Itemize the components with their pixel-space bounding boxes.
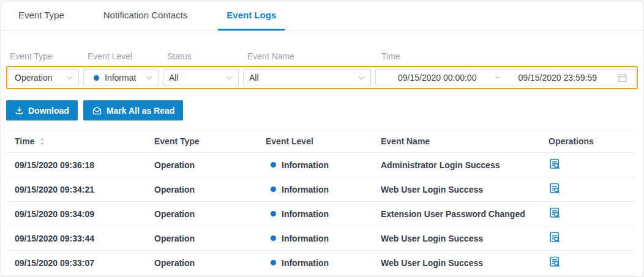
cell-event-name: Administrator Login Success <box>381 160 549 170</box>
cell-time: 09/15/2020 09:34:21 <box>15 185 154 194</box>
event-level-select-value: Informat <box>105 73 136 83</box>
cell-event-level: Information <box>266 185 381 194</box>
mail-icon <box>92 106 102 116</box>
info-level-dot <box>271 211 276 216</box>
mark-all-read-button-label: Mark All as Read <box>107 106 175 116</box>
event-type-filter-label: Event Type <box>10 51 53 61</box>
cell-event-name: Web User Login Success <box>381 234 549 243</box>
cell-event-name: Web User Login Success <box>381 258 549 268</box>
info-level-dot <box>271 260 276 265</box>
column-header-event-level: Event Level <box>266 136 381 146</box>
event-type-select-value: Operation <box>15 73 52 83</box>
cell-event-type: Operation <box>154 258 266 268</box>
chevron-down-icon <box>62 76 73 80</box>
cell-event-level: Information <box>266 234 381 243</box>
filter-labels: Event Type Event Level Status Event Name… <box>6 51 638 62</box>
chevron-down-icon <box>142 76 152 80</box>
view-log-details-button[interactable] <box>549 207 561 219</box>
column-header-event-type: Event Type <box>154 136 266 146</box>
cell-event-type: Operation <box>154 160 266 170</box>
table-row: 09/15/2020 09:33:44 Operation Informatio… <box>6 226 634 251</box>
event-logs-page: Event Type Notification Contacts Event L… <box>1 1 643 276</box>
column-header-operations: Operations <box>549 136 634 146</box>
download-icon <box>15 106 24 115</box>
download-button-label: Download <box>28 106 69 116</box>
info-level-dot <box>271 162 276 168</box>
view-log-details-button[interactable] <box>549 231 561 243</box>
table-header-row: Time Event Type Event Level Event Name O… <box>6 130 634 153</box>
event-type-select[interactable]: Operation <box>9 69 79 86</box>
mark-all-read-button[interactable]: Mark All as Read <box>83 100 184 120</box>
cell-event-level: Information <box>266 258 381 268</box>
event-name-select-value: All <box>249 73 259 83</box>
cell-event-level: Information <box>266 160 381 170</box>
status-filter-label: Status <box>167 51 192 61</box>
time-range-end: 09/15/2020 23:59:59 <box>504 73 612 83</box>
table-row: 09/15/2020 09:34:21 Operation Informatio… <box>6 177 634 202</box>
cell-event-level: Information <box>266 209 381 219</box>
cell-event-type: Operation <box>154 209 266 219</box>
cell-event-type: Operation <box>154 185 266 194</box>
event-name-filter-label: Event Name <box>247 51 294 61</box>
cell-time: 09/15/2020 09:34:09 <box>15 209 154 219</box>
filter-row-highlight: Operation Informat All All <box>6 66 638 89</box>
view-log-details-button[interactable] <box>549 256 561 268</box>
chevron-down-icon <box>222 76 233 80</box>
cell-event-type: Operation <box>154 234 266 243</box>
time-range-picker[interactable]: 09/15/2020 00:00:00 ~ 09/15/2020 23:59:5… <box>375 69 635 86</box>
event-level-filter-label: Event Level <box>88 51 132 61</box>
column-header-time-label: Time <box>15 136 34 146</box>
view-log-details-button[interactable] <box>549 158 561 170</box>
cell-time: 09/15/2020 09:36:18 <box>15 160 154 170</box>
tab-notification-contacts[interactable]: Notification Contacts <box>95 1 197 31</box>
cell-time: 09/15/2020 09:33:07 <box>15 258 154 268</box>
cell-event-name: Extension User Password Changed <box>381 209 549 219</box>
tab-bar: Event Type Notification Contacts Event L… <box>1 1 643 31</box>
event-level-select[interactable]: Informat <box>83 69 159 86</box>
filter-section: Event Type Event Level Status Event Name… <box>1 31 643 89</box>
event-log-table: Time Event Type Event Level Event Name O… <box>6 130 634 275</box>
sort-icon[interactable] <box>40 138 45 146</box>
tab-event-type[interactable]: Event Type <box>10 1 73 31</box>
chevron-down-icon <box>354 76 365 80</box>
status-select[interactable]: All <box>163 69 239 86</box>
time-range-separator: ~ <box>491 73 503 83</box>
info-level-dot <box>271 187 276 192</box>
view-log-details-button[interactable] <box>549 182 561 194</box>
table-row: 09/15/2020 09:33:07 Operation Informatio… <box>6 251 634 275</box>
time-range-start: 09/15/2020 00:00:00 <box>383 73 491 83</box>
time-filter-label: Time <box>381 51 400 61</box>
column-header-event-name: Event Name <box>381 136 549 146</box>
cell-time: 09/15/2020 09:33:44 <box>15 234 154 243</box>
info-level-dot <box>271 235 276 241</box>
status-select-value: All <box>169 73 179 83</box>
download-button[interactable]: Download <box>6 100 78 120</box>
toolbar: Download Mark All as Read <box>1 89 643 120</box>
tab-event-logs[interactable]: Event Logs <box>218 1 285 31</box>
event-name-select[interactable]: All <box>243 69 371 86</box>
info-level-dot <box>94 75 99 81</box>
cell-event-name: Web User Login Success <box>381 185 549 194</box>
table-row: 09/15/2020 09:34:09 Operation Informatio… <box>6 202 634 226</box>
table-row: 09/15/2020 09:36:18 Operation Informatio… <box>6 153 634 177</box>
column-header-time[interactable]: Time <box>15 136 154 146</box>
calendar-icon <box>618 73 627 83</box>
